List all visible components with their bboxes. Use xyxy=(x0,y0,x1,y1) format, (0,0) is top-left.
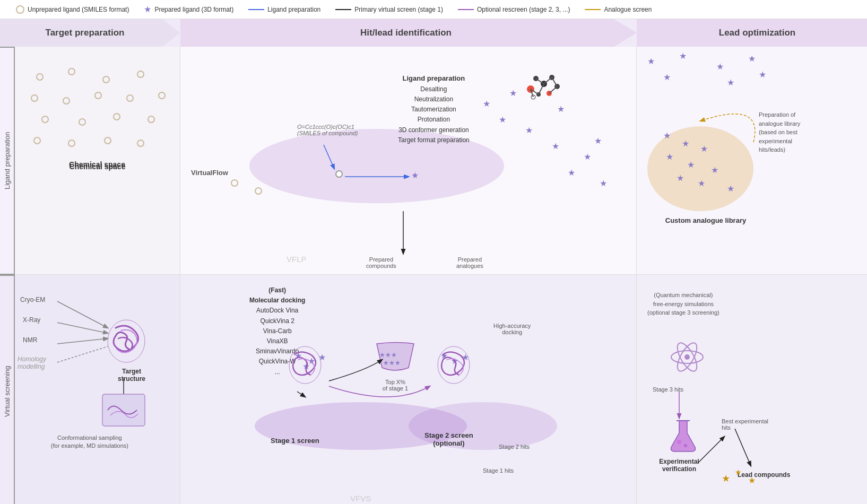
target-top-half: Chemical space Chemical space xyxy=(15,47,180,275)
lo-star-3: ★ xyxy=(716,63,724,71)
ligand-circle-11 xyxy=(79,118,86,126)
gold-star-7: ★ xyxy=(677,174,684,183)
legend-unprepared-ligand: Unprepared ligand (SMILES format) xyxy=(16,5,129,14)
ligand-prep-label: Ligand preparation xyxy=(0,47,15,275)
target-structure-icon xyxy=(105,317,148,365)
lead-opt-bottom-half: (Quantum mechanical)free-energy simulati… xyxy=(637,275,867,504)
legend-primary-screen-label: Primary virtual screen (stage 1) xyxy=(354,6,443,13)
prepared-ligand-star-vflp: ★ xyxy=(411,171,419,180)
star-h7: ★ xyxy=(584,153,591,161)
hit-lead-identification-phase: Hit/lead identification xyxy=(180,19,637,47)
star-h10: ★ xyxy=(600,179,607,188)
lo-star-5: ★ xyxy=(663,73,671,82)
lead-opt-column: ★ ★ ★ ★ ★ ★ ★ ★ ★ ★ ★ ★ ★ ★ ★ ★ C xyxy=(637,47,867,504)
prepared-ligand-star-icon: ★ xyxy=(144,4,151,14)
cryo-em-label: Cryo-EM xyxy=(20,296,45,303)
ligand-circle-1 xyxy=(36,73,44,81)
star-h3: ★ xyxy=(499,116,506,124)
gold-star-5: ★ xyxy=(687,161,695,169)
vf-circle-1 xyxy=(231,179,238,187)
star-h4: ★ xyxy=(525,126,533,135)
svg-line-20 xyxy=(552,77,557,86)
ligand-circle-12 xyxy=(113,113,120,120)
stage2-screen-label: Stage 2 screen(optional) xyxy=(424,431,473,447)
lead-opt-top-half: ★ ★ ★ ★ ★ ★ ★ ★ ★ ★ ★ ★ ★ ★ ★ ★ C xyxy=(637,47,867,275)
molecular-docking-label: Molecular docking xyxy=(249,296,305,306)
hit-lead-top-half: VirtualFlow O=Cc1ccc(O)c(OC)c1(SMILES of… xyxy=(180,47,636,275)
legend-bar: Unprepared ligand (SMILES format) ★ Prep… xyxy=(0,0,867,19)
neutralization: Neutralization xyxy=(398,94,470,105)
nmr-label: NMR xyxy=(23,336,37,344)
x-ray-label: X-Ray xyxy=(23,316,40,324)
svg-text:★★★: ★★★ xyxy=(379,351,397,359)
legend-optional-rescreen: Optional rescreen (stage 2, 3, ...) xyxy=(458,6,570,13)
primary-screen-line-icon xyxy=(335,9,351,10)
star-h1: ★ xyxy=(483,100,490,108)
atom-icon xyxy=(669,338,706,376)
unprepared-ligand-icon xyxy=(16,5,24,14)
svg-point-35 xyxy=(677,440,681,444)
prepared-compounds-label: Preparedcompounds xyxy=(366,256,396,269)
qm-text: (Quantum mechanical)free-energy simulati… xyxy=(647,291,719,317)
molecule-3d-icon xyxy=(520,68,568,108)
protonation: Protonation xyxy=(398,115,470,125)
target-phase-label: Target preparation xyxy=(46,28,125,38)
flask-icon xyxy=(669,418,698,453)
ligand-circle-3 xyxy=(102,76,110,83)
lead-optimization-phase: Lead optimization xyxy=(637,19,867,47)
svg-rect-6 xyxy=(102,394,145,426)
svg-line-19 xyxy=(544,77,552,84)
unprepared-ligand-vflp xyxy=(335,170,343,178)
stage1-protein-icon xyxy=(287,344,324,386)
stage2-protein-icon xyxy=(435,344,472,386)
smiles-text: O=Cc1ccc(O)c(OC)c1(SMILES of compound) xyxy=(297,124,358,136)
high-accuracy-label: High-accuracydocking xyxy=(493,323,531,335)
ligand-circle-13 xyxy=(148,116,155,123)
lo-star-1: ★ xyxy=(647,57,655,66)
target-column: Chemical space Chemical space xyxy=(15,47,180,504)
top-x-label: Top X%of stage 1 xyxy=(371,379,419,392)
svg-point-36 xyxy=(684,444,687,447)
vfvs-label: VFVS xyxy=(350,494,371,503)
star-h6: ★ xyxy=(552,142,559,151)
ligand-circle-8 xyxy=(126,94,134,102)
content-columns: Chemical space Chemical space xyxy=(15,47,867,504)
ligand-circle-6 xyxy=(63,97,70,105)
hit-lead-column: VirtualFlow O=Cc1ccc(O)c(OC)c1(SMILES of… xyxy=(180,47,637,504)
virtualflow-label: VirtualFlow xyxy=(191,169,228,177)
ligand-circle-7 xyxy=(94,92,102,99)
svg-line-0 xyxy=(57,301,108,328)
gold-star-6: ★ xyxy=(711,166,718,175)
hit-lead-bottom-half: (Fast) Molecular docking AutoDock Vina Q… xyxy=(180,275,636,504)
target-preparation-phase: Target preparation xyxy=(0,19,180,47)
vflp-label: VFLP xyxy=(287,255,307,264)
lo-star-6: ★ xyxy=(727,79,734,87)
svg-text:★★★: ★★★ xyxy=(383,359,401,367)
desalting: Desalting xyxy=(398,84,470,94)
top-x-icon: ★★★ ★★★ xyxy=(371,338,419,376)
custom-analogue-label: Custom analogue library xyxy=(653,216,759,224)
svg-point-33 xyxy=(684,354,690,360)
lo-star-2: ★ xyxy=(679,52,687,60)
analogue-prep-text: Preparation ofanalogue library(based on … xyxy=(759,110,800,154)
chemical-space-text: Chemical space xyxy=(70,162,126,171)
svg-line-29 xyxy=(297,392,305,397)
ligand-circle-4 xyxy=(137,71,144,78)
optional-rescreen-line-icon xyxy=(458,9,474,10)
virtual-screen-label: Virtual screening xyxy=(0,275,15,504)
ligand-circle-5 xyxy=(31,94,38,102)
stage2-hits-label: Stage 2 hits xyxy=(499,444,530,450)
experimental-verification-label: Experimentalverification xyxy=(647,458,711,473)
top-x-percent-area: ★★★ ★★★ Top X%of stage 1 xyxy=(371,338,419,392)
stage1-hits-label: Stage 1 hits xyxy=(483,467,514,474)
lo-star-7: ★ xyxy=(759,71,766,79)
svg-line-3 xyxy=(57,346,108,362)
chemical-space-area: Chemical space xyxy=(25,63,169,169)
ligand-circle-9 xyxy=(158,92,166,99)
gold-star-9: ★ xyxy=(727,185,734,193)
atom-icon-area xyxy=(669,338,706,378)
svg-line-21 xyxy=(549,86,557,93)
autodock-label: AutoDock Vina xyxy=(249,306,305,316)
quickvina2-label: QuickVina 2 xyxy=(249,316,305,326)
lead-star-2: ★ xyxy=(735,468,742,476)
